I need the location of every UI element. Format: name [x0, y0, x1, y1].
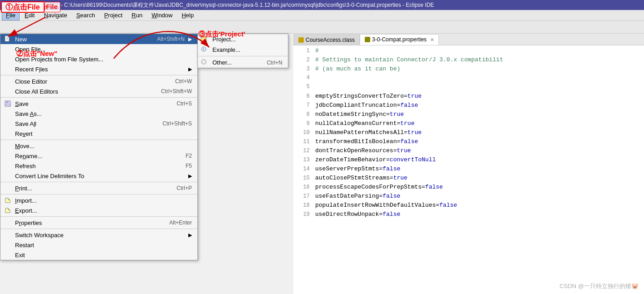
- exit-label: Exit: [15, 252, 192, 259]
- code-line-14: 14 useServerPrepStmts=false: [293, 165, 644, 174]
- separator-5: [0, 194, 197, 194]
- toolbar: [0, 21, 644, 34]
- code-line-1: 1 #: [293, 47, 644, 56]
- restart-label: Restart: [15, 242, 192, 249]
- editor-tabs: CourseAccess.class 3-0-Compat.properties…: [293, 34, 644, 45]
- submenu-other[interactable]: Other... Ctrl+N: [198, 57, 288, 68]
- code-line-9: 9 nullCatalogMeansCurrent=true: [293, 120, 644, 129]
- example-label: Example...: [212, 46, 240, 53]
- open-projects-label: Open Projects from File System...: [15, 56, 192, 63]
- tab-course-access[interactable]: CourseAccess.class: [293, 34, 360, 45]
- new-icon: [3, 35, 12, 43]
- menu-rename[interactable]: Rename... F2: [0, 151, 197, 161]
- code-line-11: 11 transformedBitIsBoolean=false: [293, 138, 644, 147]
- code-line-16: 16 processEscapeCodesForPrepStmts=false: [293, 184, 644, 193]
- code-line-4: 4: [293, 75, 644, 84]
- menu-convert[interactable]: Convert Line Delimiters To ▶: [0, 171, 197, 181]
- menu-window[interactable]: Window: [147, 10, 176, 20]
- menu-switch-workspace[interactable]: Switch Workspace ▶: [0, 230, 197, 240]
- svg-rect-7: [201, 37, 206, 41]
- close-editor-shortcut: Ctrl+W: [175, 78, 192, 85]
- menu-file[interactable]: File: [2, 10, 20, 20]
- separator-3: [0, 140, 197, 140]
- new-submenu: Project... i Example... Other... Ctrl+N: [197, 34, 288, 68]
- save-label: Save: [15, 100, 167, 107]
- close-editor-label: Close Editor: [15, 78, 166, 85]
- menu-properties[interactable]: Properties Alt+Enter: [0, 218, 197, 228]
- code-line-12: 12 dontTrackOpenResources=true: [293, 147, 644, 156]
- svg-point-10: [201, 60, 206, 64]
- menu-close-all[interactable]: Close All Editors Ctrl+Shift+W: [0, 86, 197, 96]
- menu-edit[interactable]: Edit: [20, 10, 39, 20]
- menu-navigate[interactable]: Navigate: [40, 10, 71, 20]
- menu-close-editor[interactable]: Close Editor Ctrl+W: [0, 76, 197, 86]
- other-icon: [201, 59, 210, 66]
- print-label: Print...: [15, 185, 167, 192]
- revert-label: Revert: [15, 130, 192, 137]
- close-all-label: Close All Editors: [15, 88, 152, 95]
- separator-7: [0, 229, 197, 229]
- menu-restart[interactable]: Restart: [0, 240, 197, 250]
- svg-rect-6: [5, 104, 10, 106]
- menu-help[interactable]: Help: [177, 10, 198, 20]
- convert-label: Convert Line Delimiters To: [15, 173, 185, 179]
- convert-arrow: ▶: [188, 173, 192, 179]
- menu-exit[interactable]: Exit: [0, 250, 197, 260]
- title-bar: BaiduNetdiskDownload - C:\Users\86199\Do…: [0, 0, 644, 10]
- separator-6: [0, 216, 197, 217]
- import-label: Import...: [15, 197, 192, 204]
- menu-bar: File Edit Navigate Search Project Run Wi…: [0, 10, 644, 21]
- submenu-project[interactable]: Project...: [198, 34, 288, 45]
- menu-move[interactable]: Move...: [0, 141, 197, 151]
- new-arrow: ▶: [188, 36, 192, 42]
- recent-files-arrow: ▶: [188, 66, 192, 72]
- separator-2: [0, 97, 197, 98]
- menu-new[interactable]: New Alt+Shift+N ▶: [0, 34, 197, 44]
- menu-project[interactable]: Project: [100, 10, 126, 20]
- save-all-shortcut: Ctrl+Shift+S: [162, 120, 192, 127]
- editor-area: CourseAccess.class 3-0-Compat.properties…: [293, 34, 644, 294]
- rename-label: Rename...: [15, 153, 176, 159]
- main-area: New Alt+Shift+N ▶ Open File... Open Proj…: [0, 34, 644, 294]
- menu-refresh[interactable]: Refresh F5: [0, 161, 197, 171]
- submenu-example[interactable]: i Example...: [198, 45, 288, 55]
- csdn-watermark: CSDN @一只特立独行的猪🐷: [559, 282, 639, 290]
- properties-label: Properties: [15, 219, 160, 226]
- menu-recent-files[interactable]: Recent Files ▶: [0, 64, 197, 74]
- code-line-13: 13 zeroDateTimeBehavior=convertToNull: [293, 156, 644, 165]
- menu-import[interactable]: Import...: [0, 195, 197, 205]
- menu-search[interactable]: Search: [72, 10, 99, 20]
- menu-open-file[interactable]: Open File...: [0, 44, 197, 54]
- menu-save-as[interactable]: Save As...: [0, 109, 197, 119]
- menu-run[interactable]: Run: [127, 10, 146, 20]
- recent-files-label: Recent Files: [15, 66, 185, 73]
- code-line-10: 10 nullNamePatternMatchesAll=true: [293, 129, 644, 138]
- save-icon: [3, 100, 12, 107]
- rename-shortcut: F2: [186, 153, 192, 159]
- menu-export[interactable]: Export...: [0, 205, 197, 215]
- menu-save-all[interactable]: Save All Ctrl+Shift+S: [0, 119, 197, 129]
- refresh-label: Refresh: [15, 163, 176, 169]
- code-line-5: 5: [293, 84, 644, 93]
- menu-revert[interactable]: Revert: [0, 129, 197, 139]
- code-line-3: 3 # (as much as it can be): [293, 65, 644, 75]
- tab-course-access-label: CourseAccess.class: [306, 37, 355, 43]
- print-shortcut: Ctrl+P: [176, 185, 192, 191]
- save-as-label: Save As...: [15, 110, 192, 117]
- export-icon: [3, 207, 12, 214]
- menu-print[interactable]: Print... Ctrl+P: [0, 183, 197, 193]
- svg-rect-5: [6, 101, 9, 103]
- code-area: 1 # 2 # Settings to maintain Connector/J…: [293, 45, 644, 294]
- code-line-18: 18 populateInsertRowWithDefaultValues=fa…: [293, 202, 644, 211]
- refresh-shortcut: F5: [186, 163, 192, 169]
- new-label: New: [15, 36, 148, 43]
- code-line-17: 17 useFastDateParsing=false: [293, 193, 644, 202]
- tab-compat-props-close[interactable]: ✕: [430, 37, 434, 42]
- open-file-label: Open File...: [15, 46, 192, 53]
- menu-open-projects[interactable]: Open Projects from File System...: [0, 54, 197, 64]
- tab-compat-props-label: 3-0-Compat.properties: [372, 36, 427, 43]
- code-line-19: 19 useDirectRowUnpack=false: [293, 211, 644, 220]
- tab-compat-props[interactable]: 3-0-Compat.properties ✕: [360, 34, 439, 45]
- menu-save[interactable]: Save Ctrl+S: [0, 99, 197, 109]
- properties-shortcut: Alt+Enter: [169, 219, 192, 226]
